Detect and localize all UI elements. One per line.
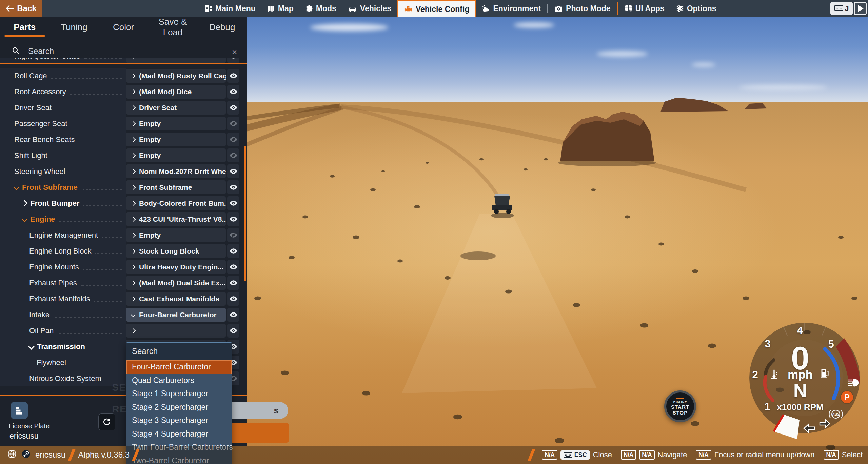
topbar-item-vehicles[interactable]: Vehicles: [342, 0, 397, 17]
steam-icon: [21, 449, 31, 461]
topbar-item-label: Map: [278, 4, 294, 13]
part-slot-button[interactable]: Front Subframe: [126, 180, 226, 194]
eye-icon: [229, 87, 238, 96]
chevron-down-icon[interactable]: [28, 343, 34, 349]
part-label: Roof Accessory: [14, 87, 66, 96]
part-slot-button[interactable]: (Mad Mod) Dual Side Ex...: [126, 276, 226, 290]
dropdown-option[interactable]: Four-Barrel Carburetor: [126, 360, 232, 374]
topbar-item-environment[interactable]: Environment: [476, 0, 547, 17]
dropdown-search-input[interactable]: [126, 346, 232, 356]
parts-search-input[interactable]: [27, 46, 237, 56]
chevron-down-icon[interactable]: [21, 216, 27, 222]
keybind-label: Select: [842, 450, 863, 459]
tab-tuning[interactable]: Tuning: [50, 19, 99, 37]
abs-indicator: ABS: [829, 407, 843, 422]
engine-start-stop-button[interactable]: ENGINE START STOP: [664, 390, 696, 422]
topbar-item-mods[interactable]: Mods: [299, 0, 342, 17]
part-slot-button[interactable]: [126, 58, 226, 63]
part-slot-button[interactable]: Nomi Mod.207R Drift Wheel: [126, 164, 226, 178]
topbar-item-ui-apps[interactable]: UI Apps: [619, 0, 670, 17]
topbar-item-label: Mods: [316, 4, 336, 13]
license-plate-style-button[interactable]: [11, 402, 28, 419]
visibility-toggle[interactable]: [227, 58, 239, 63]
topbar-item-photo-mode[interactable]: Photo Mode: [549, 0, 616, 17]
visibility-toggle[interactable]: [227, 164, 239, 178]
tab-parts[interactable]: Parts: [0, 19, 50, 37]
topbar-item-map[interactable]: Map: [261, 0, 299, 17]
visibility-toggle[interactable]: [227, 148, 239, 162]
keyboard-icon: [834, 4, 843, 13]
visibility-toggle[interactable]: [227, 260, 239, 274]
visibility-toggle[interactable]: [227, 85, 239, 99]
visibility-toggle[interactable]: [227, 180, 239, 194]
version-label: Alpha v.0.36.3: [78, 450, 130, 460]
plate-refresh-button[interactable]: [98, 413, 115, 430]
play-button[interactable]: [854, 2, 867, 15]
top-menu-items: Main MenuMapModsVehiclesVehicle ConfigEn…: [198, 0, 722, 17]
visibility-toggle[interactable]: [227, 228, 239, 242]
part-label: Exhaust Pipes: [29, 279, 77, 287]
part-slot-button[interactable]: Stock Long Block: [126, 244, 226, 258]
part-slot-button[interactable]: Empty: [126, 133, 226, 146]
part-slot-button[interactable]: Ultra Heavy Duty Engin...: [126, 260, 226, 274]
part-slot-button[interactable]: Four-Barrel Carburetor: [126, 308, 226, 322]
chevron-right-icon: [131, 248, 136, 253]
part-slot-button[interactable]: Body-Colored Front Bum...: [126, 196, 226, 210]
leader-dots: [81, 285, 122, 286]
visibility-toggle[interactable]: [227, 133, 239, 146]
turn-right-icon: [819, 419, 830, 430]
part-slot-button[interactable]: Empty: [126, 117, 226, 130]
part-slot-button[interactable]: Empty: [126, 148, 226, 162]
key-badge: N/A: [621, 450, 636, 460]
tab-save-load[interactable]: Save & Load: [148, 14, 198, 42]
part-label-zone: Front Bumper: [0, 195, 126, 211]
part-slot-button[interactable]: Driver Seat: [126, 101, 226, 115]
clear-search-icon[interactable]: ×: [232, 47, 237, 57]
visibility-toggle[interactable]: [227, 117, 239, 130]
topbar-item-main-menu[interactable]: Main Menu: [198, 0, 261, 17]
eye-icon: [229, 310, 238, 319]
part-slot-button[interactable]: (Mad Mod) Rusty Roll Cage: [126, 69, 226, 83]
part-slot-button[interactable]: 423 CUI 'Ultra-Thrust' V8...: [126, 212, 226, 226]
visibility-toggle[interactable]: [227, 276, 239, 290]
tab-color[interactable]: Color: [99, 19, 148, 37]
part-slot-button[interactable]: Cast Exhaust Manifolds: [126, 292, 226, 306]
dropdown-option[interactable]: Stage 3 Supercharger: [126, 414, 232, 427]
visibility-toggle[interactable]: [227, 292, 239, 306]
part-row-driver-seat: Driver SeatDriver Seat: [0, 100, 247, 116]
chevron-down-icon[interactable]: [13, 184, 19, 190]
dropdown-option[interactable]: Quad Carburetors: [126, 374, 232, 387]
dropdown-option[interactable]: Stage 2 Supercharger: [126, 401, 232, 414]
dropdown-option[interactable]: Stage 4 Supercharger: [126, 427, 232, 441]
topbar-item-label: Main Menu: [215, 4, 256, 13]
license-plate-input[interactable]: [9, 431, 95, 441]
leader-dots: [52, 158, 122, 158]
visibility-toggle[interactable]: [227, 101, 239, 115]
part-slot-button[interactable]: (Mad Mod) Dice: [126, 85, 226, 99]
tab-debug[interactable]: Debug: [197, 19, 247, 37]
chevron-right-icon: [131, 89, 136, 94]
keybind-navigate: N/AN/ANavigate: [621, 450, 687, 460]
visibility-toggle[interactable]: [227, 212, 239, 226]
dropdown-option[interactable]: Stage 1 Supercharger: [126, 387, 232, 401]
visibility-toggle[interactable]: [227, 308, 239, 322]
part-label-zone: Engine Management: [0, 227, 126, 243]
eye-off-icon: [229, 119, 238, 128]
back-button[interactable]: Back: [0, 0, 42, 17]
scrollbar-thumb[interactable]: [244, 146, 246, 281]
leader-dots: [51, 78, 122, 79]
topbar-item-vehicle-config[interactable]: Vehicle Config: [397, 0, 476, 17]
topbar-item-options[interactable]: Options: [670, 0, 722, 17]
engine-button-line2: START: [671, 404, 689, 410]
visibility-toggle[interactable]: [227, 324, 239, 338]
visibility-toggle[interactable]: [227, 244, 239, 258]
chevron-right-icon: [131, 137, 136, 142]
visibility-toggle[interactable]: [227, 69, 239, 83]
part-slot-button[interactable]: Empty: [126, 228, 226, 242]
visibility-toggle[interactable]: [227, 196, 239, 210]
part-slot-button[interactable]: [126, 324, 226, 338]
keyboard-device-button[interactable]: J: [830, 2, 853, 15]
plate-underline: [9, 443, 98, 443]
part-slot-value: (Mad Mod) Dice: [139, 88, 192, 96]
chevron-right-icon[interactable]: [21, 200, 27, 206]
